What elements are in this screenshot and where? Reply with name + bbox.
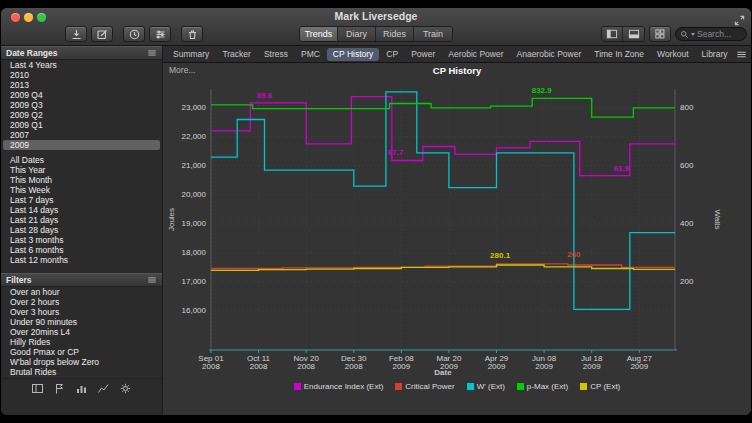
tile-view-icon (654, 28, 666, 40)
sidebar-item-2009[interactable]: 2009 (3, 140, 160, 150)
sidebar-item-good-pmax-or-cp[interactable]: Good Pmax or CP (3, 347, 160, 357)
manual-entry-button[interactable] (91, 26, 113, 42)
sidebar-item-over-an-hour[interactable]: Over an hour (3, 287, 160, 297)
sidebar-item-2009-q2[interactable]: 2009 Q2 (3, 110, 160, 120)
tab-cp[interactable]: CP (380, 48, 404, 61)
download-activity-button[interactable] (65, 26, 87, 42)
sidebar-item-this-month[interactable]: This Month (3, 175, 160, 185)
sidebar-item-2007[interactable]: 2007 (3, 130, 160, 140)
sidebar-item-over-2-hours[interactable]: Over 2 hours (3, 297, 160, 307)
left-axis-tick-label: 20,000 (182, 190, 207, 199)
tab-summary[interactable]: Summary (167, 48, 215, 61)
sidebar: Date Ranges Last 4 Years201020132009 Q42… (1, 46, 163, 415)
tab-anaerobic-power[interactable]: Anaerobic Power (511, 48, 588, 61)
view-tab-train[interactable]: Train (414, 27, 452, 41)
legend-item-w-ext: W' (Ext) (467, 382, 505, 391)
x-axis-tick-label: Dec 302008 (341, 354, 367, 371)
sidebar-item-all-dates[interactable]: All Dates (3, 155, 160, 165)
delete-activity-button[interactable] (181, 26, 203, 42)
right-axis-title: Watts (713, 209, 722, 229)
sidebar-item-2009-q1[interactable]: 2009 Q1 (3, 120, 160, 130)
sidebar-item-2009-q3[interactable]: 2009 Q3 (3, 100, 160, 110)
x-axis-tick-label: Aug 272009 (627, 354, 653, 371)
date-ranges-header[interactable]: Date Ranges (1, 46, 162, 60)
sidebar-item-last-28-days[interactable]: Last 28 days (3, 225, 160, 235)
legend-swatch (294, 383, 301, 390)
view-tab-rides[interactable]: Rides (376, 27, 414, 41)
view-tab-diary[interactable]: Diary (338, 27, 376, 41)
data-label-832-9: 832.9 (532, 86, 553, 95)
legend-swatch (517, 383, 524, 390)
gear-icon[interactable] (119, 382, 132, 395)
sidebar-item-under-90-minutes[interactable]: Under 90 minutes (3, 317, 160, 327)
tab-workout[interactable]: Workout (651, 48, 695, 61)
sliders-icon (154, 28, 167, 41)
sidebar-item-brutal-rides[interactable]: Brutal Rides (3, 367, 160, 377)
toggle-left-sidebar-button[interactable] (602, 27, 623, 41)
filters-menu-icon[interactable] (147, 275, 157, 285)
legend-label: Endurance Index (Ext) (304, 382, 384, 391)
sidebar-item-last-7-days[interactable]: Last 7 days (3, 195, 160, 205)
search-scope-chevron-icon[interactable] (691, 33, 695, 36)
main-toolbar: TrendsDiaryRidesTrain (1, 24, 751, 46)
sidebar-item-over-20mins-l4[interactable]: Over 20mins L4 (3, 327, 160, 337)
sidebar-item-last-4-years[interactable]: Last 4 Years (3, 60, 160, 70)
sidebar-item-last-3-months[interactable]: Last 3 months (3, 235, 160, 245)
options-button[interactable] (149, 26, 171, 42)
left-axis-tick-label: 17,000 (182, 277, 207, 286)
toggle-bottom-bar-button[interactable] (623, 27, 644, 41)
tab-cp-history[interactable]: CP History (327, 48, 379, 61)
clock-icon (128, 28, 141, 41)
right-axis-tick-label: 400 (680, 219, 694, 228)
filters-header[interactable]: Filters (1, 273, 162, 287)
legend-label: Critical Power (405, 382, 454, 391)
layout-icon[interactable] (31, 382, 44, 395)
tab-library[interactable]: Library (696, 48, 734, 61)
bar-chart-icon[interactable] (75, 382, 88, 395)
sidebar-item-over-3-hours[interactable]: Over 3 hours (3, 307, 160, 317)
tab-tracker[interactable]: Tracker (216, 48, 257, 61)
legend-swatch (395, 383, 402, 390)
sidebar-item-w-bal-drops-below-zero[interactable]: W'bal drops below Zero (3, 357, 160, 367)
sidebar-item-this-year[interactable]: This Year (3, 165, 160, 175)
series-w-ext (211, 92, 675, 310)
tile-view-button[interactable] (649, 26, 671, 42)
search-input[interactable] (697, 29, 742, 39)
flag-icon[interactable] (53, 382, 66, 395)
tab-time-in-zone[interactable]: Time In Zone (588, 48, 650, 61)
tab-aerobic-power[interactable]: Aerobic Power (442, 48, 509, 61)
sidebar-item-last-14-days[interactable]: Last 14 days (3, 205, 160, 215)
view-tab-trends[interactable]: Trends (300, 27, 338, 41)
search-field[interactable] (675, 27, 747, 41)
left-axis-tick-label: 16,000 (182, 306, 207, 315)
line-chart-icon[interactable] (97, 382, 110, 395)
sidebar-item-2010[interactable]: 2010 (3, 70, 160, 80)
legend-label: CP (Ext) (590, 382, 620, 391)
tab-stress[interactable]: Stress (258, 48, 294, 61)
tab-strip: SummaryTrackerStressPMCCP HistoryCPPower… (167, 48, 735, 61)
sidebar-bottom-toolbar (1, 378, 162, 395)
sidebar-item-last-21-days[interactable]: Last 21 days (3, 215, 160, 225)
date-ranges-menu-icon[interactable] (147, 48, 157, 58)
split-activity-button[interactable] (123, 26, 145, 42)
sidebar-item-last-12-months[interactable]: Last 12 months (3, 255, 160, 265)
sidebar-item-last-6-months[interactable]: Last 6 months (3, 245, 160, 255)
sidebar-item-2009-q4[interactable]: 2009 Q4 (3, 90, 160, 100)
sidebar-item-2013[interactable]: 2013 (3, 80, 160, 90)
app-window: Mark Liversedge TrendsDiaryRidesTrain (1, 8, 751, 415)
left-axis-tick-label: 19,000 (182, 219, 207, 228)
sidebar-item-hilly-rides[interactable]: Hilly Rides (3, 337, 160, 347)
x-axis-tick-label: Feb 082009 (389, 354, 414, 371)
sidebar-item-this-week[interactable]: This Week (3, 185, 160, 195)
legend-label: W' (Ext) (477, 382, 505, 391)
right-axis-tick-label: 600 (680, 161, 694, 170)
chart-header: More... CP History (163, 63, 751, 77)
x-axis-tick-label: Jul 182009 (581, 354, 603, 371)
tab-overflow-menu[interactable] (736, 49, 747, 60)
tab-power[interactable]: Power (405, 48, 441, 61)
tab-bar: SummaryTrackerStressPMCCP HistoryCPPower… (163, 46, 751, 63)
date-ranges-list: Last 4 Years201020132009 Q42009 Q32009 Q… (1, 60, 162, 265)
left-axis-title: Joules (167, 208, 176, 231)
cp-history-chart[interactable]: 16,00017,00018,00019,00020,00021,00022,0… (165, 77, 751, 379)
tab-pmc[interactable]: PMC (295, 48, 326, 61)
